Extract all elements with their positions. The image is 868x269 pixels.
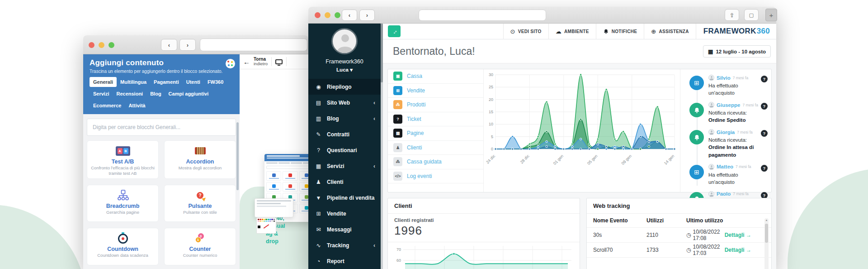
new-tab-icon[interactable]: + (765, 9, 777, 21)
browser-back-button[interactable]: ‹ (161, 39, 177, 51)
tab-recensioni[interactable]: Recensioni (113, 89, 146, 99)
clienti-icon: ♟ (315, 179, 322, 185)
tab-servizi[interactable]: Servizi (90, 89, 113, 99)
no-color-icon (264, 224, 269, 229)
sidebar-item-pipeline-di-vendita[interactable]: ▼Pipeline di vendita (308, 190, 381, 206)
lifebuoy-icon: ⊕ (651, 28, 656, 35)
servizi-icon: ▦ (315, 163, 322, 169)
sidebar-item-report[interactable]: ◔Report (308, 253, 381, 269)
tabs-overview-icon[interactable]: ▢ (744, 9, 759, 21)
block-search-input[interactable] (87, 119, 236, 136)
tab-multilingua[interactable]: Multilingua (117, 77, 150, 87)
clienti-spark-chart: 7060 (388, 242, 580, 269)
notification-item[interactable]: Giorgia7 mesi faNotifica ricevuta: Ordin… (680, 126, 771, 161)
sidebar-item-messaggi[interactable]: ✉Messaggi (308, 221, 381, 237)
clienti-card: Clienti Clienti registrati 1996 7060 (387, 198, 580, 269)
topbar-vedi-sito[interactable]: ⊙VEDI SITO (503, 24, 548, 39)
quick-link-prodotti[interactable]: ⁂Prodotti (388, 98, 483, 112)
panel-subtitle: Trascina un elemento per aggiungerlo den… (90, 69, 233, 74)
block-card-counter[interactable]: 31 Counter Counter numerico (164, 228, 236, 265)
tab-fw360[interactable]: FW360 (204, 77, 227, 87)
close-window-button[interactable] (315, 12, 321, 18)
sidebar-item-servizi[interactable]: ▦Servizi‹ (308, 158, 381, 174)
table-row: 30s 2110 ◷10/08/2022 17:08 Dettagli → (587, 228, 771, 243)
quick-link-cassa[interactable]: ▣Cassa (388, 69, 483, 84)
help-badge[interactable]: ? (761, 130, 768, 137)
minimize-window-button[interactable] (99, 42, 104, 48)
minimize-window-button[interactable] (325, 12, 330, 18)
close-window-button[interactable] (89, 42, 94, 48)
notification-item[interactable]: Giuseppe7 mesi faNotifica ricevuta: Ordi… (680, 99, 771, 126)
address-bar[interactable] (200, 38, 307, 51)
zoom-window-button[interactable] (108, 42, 114, 48)
topbar-assistenza[interactable]: ⊕ASSISTENZA (644, 24, 696, 39)
tab-attivita[interactable]: Attività (125, 101, 149, 110)
notification-item[interactable]: ⊞Silvio7 mesi faHa effettuato un'acquist… (680, 72, 771, 99)
greeting-row: Bentornato, Luca! ▦12 luglio - 10 agosto (383, 39, 776, 63)
scroll-up-icon[interactable]: ▲ (764, 219, 769, 221)
block-card-test-ab[interactable]: AB Test A/B Confronto l'efficacia di più… (87, 140, 159, 179)
help-badge[interactable]: ? (761, 76, 768, 82)
quick-link-pagine[interactable]: ▤Pagine (388, 126, 483, 141)
sidebar-item-contratti[interactable]: ✎Contratti (308, 126, 381, 142)
quick-link-vendite[interactable]: ⊞Vendite (388, 84, 483, 98)
torna-indietro-button[interactable]: Tornaindietro (254, 57, 268, 66)
sidebar-item-sito-web[interactable]: ▤Sito Web‹ (308, 95, 381, 110)
quick-link-ticket[interactable]: ?Ticket (388, 112, 483, 127)
help-badge[interactable]: ? (761, 103, 768, 110)
topbar-notifiche[interactable]: NOTIFICHE (596, 24, 644, 39)
address-bar[interactable] (419, 10, 546, 21)
sidebar-item-riepilogo[interactable]: ◉Riepilogo (308, 79, 381, 95)
notification-item[interactable]: ⊞Matteo7 mesi faHa effettuato un'acquist… (680, 161, 771, 188)
svg-text:25: 25 (489, 85, 493, 89)
sidebar-item-clienti[interactable]: ♟Clienti (308, 174, 381, 190)
palette-icon[interactable] (226, 59, 235, 68)
back-arrow-icon[interactable]: ← (243, 58, 250, 66)
block-card-pulsante[interactable]: ? Pulsante Pulsante con stile (164, 185, 236, 222)
tab-ecommerce[interactable]: Ecommerce (90, 101, 125, 110)
tab-utenti[interactable]: Utenti (183, 77, 204, 87)
left-browser-chrome: ‹ › (83, 35, 308, 54)
quick-links-column: ▣Cassa⊞Vendite⁂Prodotti?Ticket▤Pagine♟Cl… (388, 69, 484, 192)
svg-text:24 dic: 24 dic (485, 154, 496, 164)
sidebar-item-tracking[interactable]: ∿Tracking‹ (308, 237, 381, 253)
block-card-countdown[interactable]: Countdown Countdown data scadenza (87, 228, 159, 265)
browser-back-button[interactable]: ‹ (342, 10, 357, 21)
desktop-preview-icon[interactable] (275, 59, 283, 64)
sidebar-item-questionari[interactable]: ?Questionari (308, 142, 381, 158)
quick-link-log-eventi[interactable]: </>Log eventi (388, 169, 483, 184)
avatar (708, 191, 714, 197)
expand-button[interactable]: ↔ (388, 25, 401, 37)
user-menu[interactable]: Luca ▾ (308, 67, 381, 73)
browser-forward-button[interactable]: › (179, 39, 196, 51)
date-range-picker[interactable]: ▦12 luglio - 10 agosto (703, 45, 771, 58)
dashboard-overview-card: ▣Cassa⊞Vendite⁂Prodotti?Ticket▤Pagine♟Cl… (387, 69, 772, 192)
dettagli-link[interactable]: Dettagli → (725, 232, 751, 238)
quick-link-cassa-guidata[interactable]: ⁂Cassa guidata (388, 155, 483, 169)
tab-blog[interactable]: Blog (146, 89, 165, 99)
block-category-tabs: Generali Multilingua Pagamenti Utenti FW… (90, 77, 233, 110)
share-icon[interactable]: ⇧ (725, 9, 739, 21)
quick-link-clienti[interactable]: ♟Clienti (388, 141, 483, 155)
help-badge[interactable]: ? (761, 165, 768, 172)
panel-scrollbar[interactable] (236, 122, 239, 190)
sidebar-item-blog[interactable]: ▥Blog‹ (308, 110, 381, 126)
app-sidebar: Framework360 Luca ▾ ◉Riepilogo▤Sito Web‹… (308, 24, 381, 269)
block-card-accordion[interactable]: Accordion Mostra degli accordion (164, 140, 236, 179)
zoom-window-button[interactable] (335, 12, 340, 18)
topbar-ambiente[interactable]: ☁AMBIENTE (548, 24, 596, 39)
tab-campi-aggiuntivi[interactable]: Campi aggiuntivi (165, 89, 212, 99)
table-scrollbar[interactable]: ▲ (764, 218, 769, 269)
dettagli-link[interactable]: Dettagli → (725, 247, 751, 253)
tab-generali[interactable]: Generali (90, 77, 117, 87)
clock-icon: ◷ (686, 232, 691, 238)
sidebar-item-vendite[interactable]: ⊞Vendite (308, 206, 381, 221)
sito-web-icon: ▤ (315, 100, 322, 106)
chevron-icon: ‹ (373, 163, 375, 169)
sidebar-brand: Framework360 (308, 58, 381, 65)
tab-pagamenti[interactable]: Pagamenti (150, 77, 183, 87)
user-avatar[interactable] (331, 28, 358, 54)
questionari-icon: ? (315, 147, 322, 154)
block-card-breadcrumb[interactable]: Breadcrumb Gerarchia pagine (87, 185, 159, 222)
browser-forward-button[interactable]: › (359, 10, 375, 21)
